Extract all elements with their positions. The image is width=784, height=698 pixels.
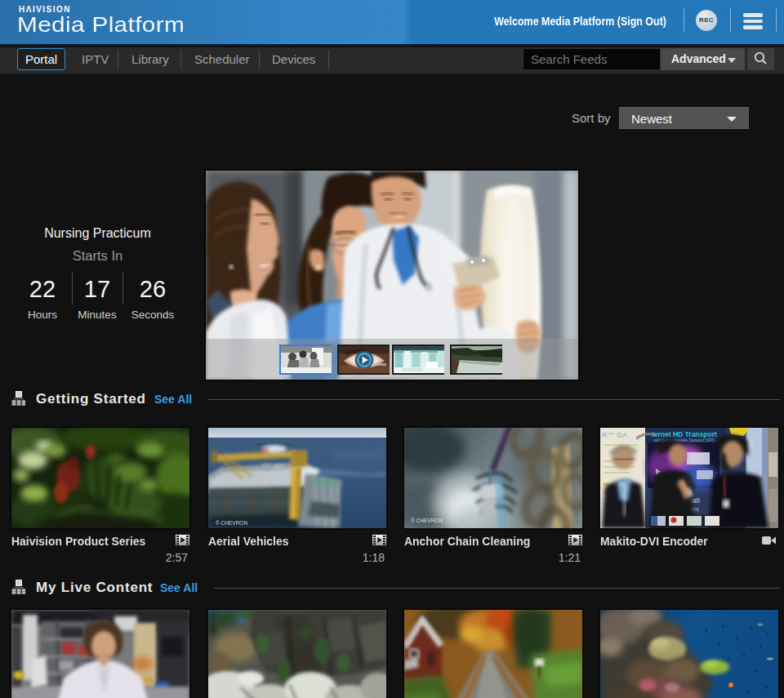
svg-text:ternet HD Transport: ternet HD Transport (652, 430, 717, 438)
svg-text:R™ GA: R™ GA (602, 431, 628, 439)
svg-text:IVI: IVI (747, 441, 755, 449)
svg-text:© CHEVRON: © CHEVRON (216, 520, 247, 526)
svg-text:© CHEVRON: © CHEVRON (411, 518, 443, 523)
